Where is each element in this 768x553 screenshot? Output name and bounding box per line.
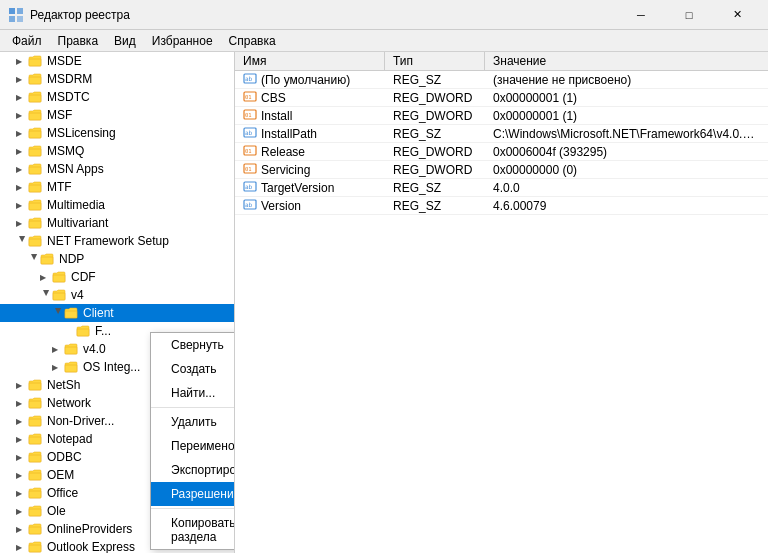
window-controls: ─ □ ✕	[618, 0, 760, 30]
reg-value-icon: 01	[243, 108, 257, 123]
folder-icon	[28, 523, 42, 535]
svg-rect-29	[29, 509, 41, 516]
value-row[interactable]: 01 InstallREG_DWORD0x00000001 (1)	[235, 107, 768, 125]
reg-value-icon: ab	[243, 72, 257, 87]
tree-item-msnapps[interactable]: ▶ MSN Apps	[0, 160, 234, 178]
value-row[interactable]: ab InstallPathREG_SZC:\Windows\Microsoft…	[235, 125, 768, 143]
app-icon	[8, 7, 24, 23]
folder-icon	[28, 91, 42, 103]
value-name: ab (По умолчанию)	[235, 71, 385, 88]
folder-icon	[28, 415, 42, 427]
tree-item-client[interactable]: ▶ Client	[0, 304, 234, 322]
value-row[interactable]: ab TargetVersionREG_SZ4.0.0	[235, 179, 768, 197]
svg-text:01: 01	[245, 112, 252, 118]
tree-label: Non-Driver...	[47, 414, 114, 428]
ctx-item-delete[interactable]: Удалить	[151, 410, 235, 434]
tree-label: MSLicensing	[47, 126, 116, 140]
tree-item-netframeworksetup[interactable]: ▶ NET Framework Setup	[0, 232, 234, 250]
value-type: REG_SZ	[385, 198, 485, 214]
close-button[interactable]: ✕	[714, 0, 760, 30]
ctx-item-find[interactable]: Найти...	[151, 381, 235, 405]
tree-label: MSMQ	[47, 144, 84, 158]
tree-item-mslicensing[interactable]: ▶ MSLicensing	[0, 124, 234, 142]
ctx-item-export[interactable]: Экспортировать	[151, 458, 235, 482]
folder-icon	[28, 163, 42, 175]
value-data: 0x00000001 (1)	[485, 108, 768, 124]
tree-arrow: ▶	[16, 435, 28, 444]
folder-icon	[28, 235, 42, 247]
svg-text:ab: ab	[245, 183, 253, 190]
tree-item-multivariant[interactable]: ▶ Multivariant	[0, 214, 234, 232]
folder-icon	[28, 73, 42, 85]
tree-arrow: ▶	[16, 129, 28, 138]
tree-label: F...	[95, 324, 111, 338]
tree-label: Office	[47, 486, 78, 500]
reg-value-icon: 01	[243, 144, 257, 159]
tree-arrow: ▶	[16, 183, 28, 192]
svg-rect-21	[65, 365, 77, 372]
ctx-label: Экспортировать	[171, 463, 235, 477]
svg-rect-17	[53, 293, 65, 300]
tree-arrow: ▶	[16, 147, 28, 156]
tree-item-multimedia[interactable]: ▶ Multimedia	[0, 196, 234, 214]
tree-item-cdf[interactable]: ▶ CDF	[0, 268, 234, 286]
value-row[interactable]: ab VersionREG_SZ4.6.00079	[235, 197, 768, 215]
svg-rect-12	[29, 203, 41, 210]
tree-item-v4[interactable]: ▶ v4	[0, 286, 234, 304]
folder-icon	[64, 307, 78, 319]
menu-help[interactable]: Справка	[221, 32, 284, 50]
svg-rect-23	[29, 401, 41, 408]
folder-icon	[76, 325, 90, 337]
svg-rect-19	[77, 329, 89, 336]
svg-rect-16	[53, 275, 65, 282]
value-data: 0x00000000 (0)	[485, 162, 768, 178]
value-name: ab Version	[235, 197, 385, 214]
folder-icon	[28, 127, 42, 139]
menu-edit[interactable]: Правка	[50, 32, 107, 50]
ctx-item-copy-key[interactable]: Копировать имя раздела	[151, 511, 235, 549]
folder-icon	[28, 397, 42, 409]
ctx-label: Найти...	[171, 386, 215, 400]
value-row[interactable]: 01 ServicingREG_DWORD0x00000000 (0)	[235, 161, 768, 179]
value-name: 01 CBS	[235, 89, 385, 106]
tree-arrow: ▶	[16, 471, 28, 480]
col-value[interactable]: Значение	[485, 52, 768, 70]
svg-rect-1	[17, 8, 23, 14]
tree-item-msf[interactable]: ▶ MSF	[0, 106, 234, 124]
values-scroll[interactable]: Имя Тип Значение ab (По умолчанию)REG_SZ…	[235, 52, 768, 553]
menu-favorites[interactable]: Избранное	[144, 32, 221, 50]
menu-view[interactable]: Вид	[106, 32, 144, 50]
col-type[interactable]: Тип	[385, 52, 485, 70]
folder-icon	[64, 361, 78, 373]
value-row[interactable]: 01 CBSREG_DWORD0x00000001 (1)	[235, 89, 768, 107]
tree-label: MSF	[47, 108, 72, 122]
minimize-button[interactable]: ─	[618, 0, 664, 30]
tree-item-msde[interactable]: ▶ MSDE	[0, 52, 234, 70]
reg-value-icon: 01	[243, 90, 257, 105]
col-name[interactable]: Имя	[235, 52, 385, 70]
folder-icon	[28, 541, 42, 553]
value-row[interactable]: ab (По умолчанию)REG_SZ(значение не прис…	[235, 71, 768, 89]
ctx-item-rename[interactable]: Переименовать	[151, 434, 235, 458]
svg-rect-8	[29, 131, 41, 138]
value-type: REG_DWORD	[385, 108, 485, 124]
tree-arrow: ▶	[16, 489, 28, 498]
ctx-item-permissions[interactable]: Разрешения...	[151, 482, 235, 506]
menu-file[interactable]: Файл	[4, 32, 50, 50]
tree-label: CDF	[71, 270, 96, 284]
tree-label: Network	[47, 396, 91, 410]
value-row[interactable]: 01 ReleaseREG_DWORD0x0006004f (393295)	[235, 143, 768, 161]
tree-item-msdtc[interactable]: ▶ MSDTC	[0, 88, 234, 106]
svg-rect-27	[29, 473, 41, 480]
tree-item-ndp[interactable]: ▶ NDP	[0, 250, 234, 268]
tree-item-msmq[interactable]: ▶ MSMQ	[0, 142, 234, 160]
maximize-button[interactable]: □	[666, 0, 712, 30]
tree-item-msdrm[interactable]: ▶ MSDRM	[0, 70, 234, 88]
ctx-item-collapse[interactable]: Свернуть	[151, 333, 235, 357]
svg-rect-0	[9, 8, 15, 14]
svg-text:01: 01	[245, 148, 252, 154]
svg-rect-31	[29, 545, 41, 552]
ctx-item-create[interactable]: Создать▶	[151, 357, 235, 381]
value-type: REG_SZ	[385, 180, 485, 196]
tree-item-mtf[interactable]: ▶ MTF	[0, 178, 234, 196]
